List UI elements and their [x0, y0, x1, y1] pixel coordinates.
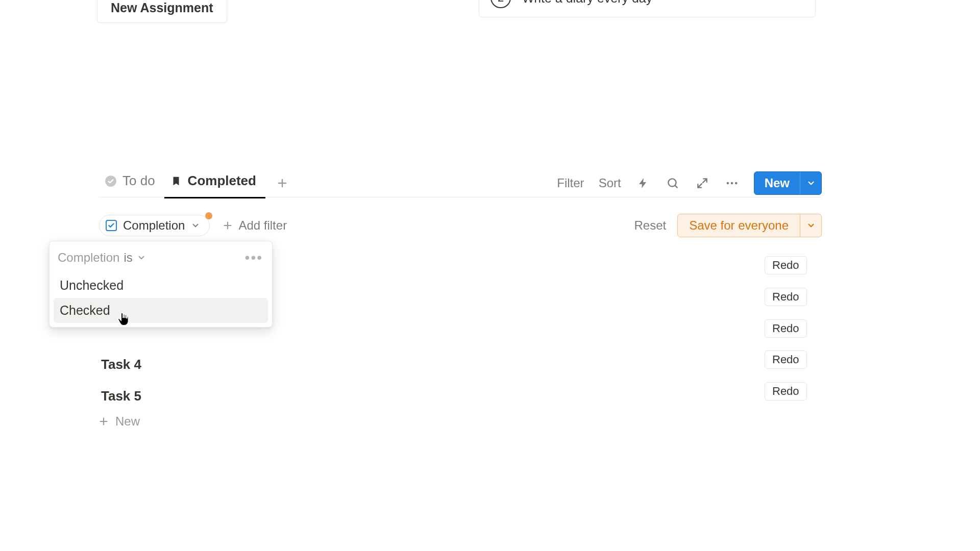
check-circle-icon [104, 174, 117, 188]
completion-filter-popover: Completion is ••• Unchecked Checked [49, 241, 273, 328]
new-button-label: New [754, 176, 800, 190]
svg-point-4 [734, 182, 737, 185]
filter-row: Completion Add filter Reset Save for eve… [99, 212, 822, 239]
chevron-down-icon [191, 221, 200, 230]
sort-button[interactable]: Sort [599, 176, 621, 190]
save-label: Save for everyone [678, 218, 800, 233]
popover-condition[interactable]: Completion is [58, 251, 146, 265]
tab-completed[interactable]: Completed [164, 168, 265, 198]
card-new-assignment[interactable]: New Assignment [97, 0, 227, 23]
table-row[interactable]: Task 4 [99, 351, 824, 378]
tab-todo-label: To do [122, 173, 155, 189]
checkbox-icon [106, 220, 117, 231]
new-row-button[interactable]: New [98, 414, 824, 429]
more-icon[interactable] [724, 176, 740, 191]
redo-button[interactable]: Redo [765, 319, 807, 338]
popover-operator: is [124, 251, 132, 265]
search-icon[interactable] [665, 176, 680, 191]
bookmark-icon [169, 174, 183, 188]
card-diary[interactable]: 2 Write a diary every day [479, 0, 816, 17]
filter-modified-indicator [205, 212, 212, 219]
reset-button[interactable]: Reset [634, 218, 667, 233]
table-row[interactable]: Task 5 [99, 383, 824, 409]
tab-completed-label: Completed [188, 173, 256, 189]
tab-todo[interactable]: To do [99, 168, 164, 198]
automations-icon[interactable] [635, 176, 651, 191]
new-button[interactable]: New [754, 171, 822, 195]
new-button-chevron[interactable] [800, 172, 821, 194]
option-unchecked[interactable]: Unchecked [54, 273, 268, 298]
redo-button[interactable]: Redo [765, 288, 807, 306]
svg-point-3 [730, 182, 733, 185]
task-list: Task 4 Task 5 New [99, 351, 824, 429]
redo-button[interactable]: Redo [765, 256, 807, 274]
add-filter-label: Add filter [238, 218, 287, 233]
option-checked[interactable]: Checked [54, 298, 268, 323]
svg-point-2 [726, 182, 729, 185]
chevron-down-icon [137, 253, 146, 262]
filter-chip-label: Completion [123, 218, 185, 233]
add-filter-button[interactable]: Add filter [222, 218, 287, 233]
task-name: Task 4 [101, 357, 141, 372]
save-chevron[interactable] [800, 214, 821, 237]
filter-button[interactable]: Filter [557, 176, 584, 190]
add-view-button[interactable] [273, 173, 292, 193]
diary-step-number: 2 [491, 0, 511, 8]
filter-chip-completion[interactable]: Completion [99, 215, 210, 236]
task-name: Task 5 [101, 388, 141, 404]
popover-more-icon[interactable]: ••• [245, 249, 263, 266]
expand-icon[interactable] [695, 176, 710, 191]
card-new-assignment-label: New Assignment [111, 1, 213, 15]
new-row-label: New [115, 414, 140, 429]
diary-text: Write a diary every day [522, 0, 652, 6]
view-tabbar: To do Completed Filter Sort New [99, 169, 822, 197]
popover-field: Completion [58, 251, 119, 265]
save-for-everyone-button[interactable]: Save for everyone [677, 214, 822, 237]
